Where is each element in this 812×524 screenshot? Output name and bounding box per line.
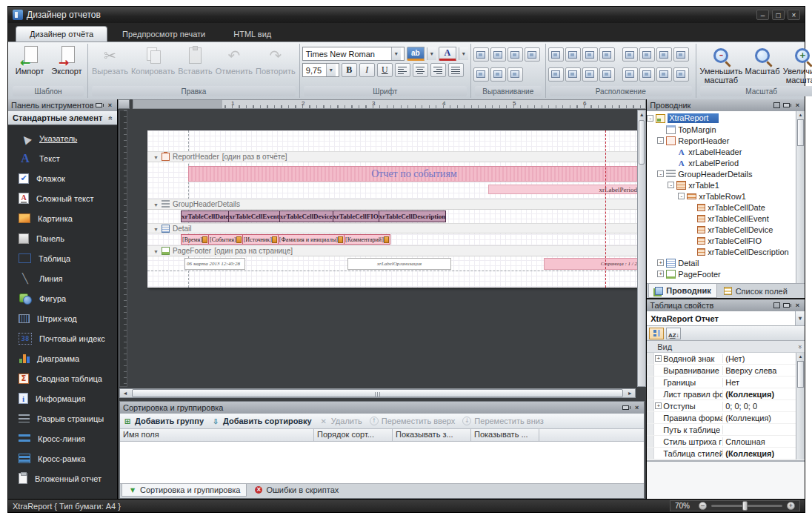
toolbox-item[interactable]: Картинка [8,208,117,228]
canvas-horizontal-scrollbar[interactable]: ◄ ► [119,388,636,398]
bring-to-front-icon[interactable] [656,67,672,82]
property-category[interactable]: Вид » [647,341,805,353]
tree-node[interactable]: - GroupHeaderDetails [647,168,805,179]
align-centers-icon[interactable] [508,47,523,62]
close-icon[interactable] [106,102,114,110]
highlight-color-button[interactable]: ab [407,47,425,61]
tree-expander[interactable]: + [657,271,664,277]
ruler-corner-button[interactable] [118,99,130,109]
scroll-up-icon[interactable]: ▲ [638,110,645,119]
ribbon-button[interactable]: Масштаб [744,44,781,76]
increase-v-spacing-icon[interactable] [565,67,581,82]
main-tab[interactable]: Предпросмотр печати [109,27,219,42]
toolbox-item[interactable]: Диаграмма [8,348,117,368]
footer-organization-label[interactable]: xrLabelОрганизация [347,258,451,270]
same-width-icon[interactable] [548,47,564,62]
page-footer-band[interactable]: PageFooter [один раз на странице] [147,245,640,256]
align-lefts-icon[interactable] [490,47,506,62]
property-row[interactable]: + Водяной знак (Нет) [647,353,805,365]
column-header[interactable]: Показывать ... [471,429,539,441]
categorized-view-button[interactable] [649,328,664,339]
sorting-toolbar-button[interactable]: Добавить сортировку [211,417,312,425]
alphabetical-sort-button[interactable] [666,328,681,339]
tree-expander[interactable]: - [647,115,653,122]
same-size-icon[interactable] [582,47,598,62]
toolbox-item[interactable]: Сложный текст [8,188,117,208]
report-title-label[interactable]: Отчет по событиям [188,166,640,182]
property-row[interactable]: Стиль штриха г Сплошная [647,436,805,448]
tree-node[interactable]: - XtraReport [647,113,805,124]
tree-node[interactable]: + Detail [647,257,805,268]
scroll-right-icon[interactable]: ► [625,389,635,397]
detail-cell[interactable]: [События] [209,234,243,245]
close-icon[interactable] [793,102,802,110]
text-align-right-button[interactable] [430,63,446,77]
ribbon-button[interactable]: Импорт [11,44,48,76]
properties-vertical-scrollbar[interactable]: ▲ [796,353,805,460]
toolbox-item[interactable]: Фигура [8,288,117,308]
send-to-back-icon[interactable] [673,67,689,82]
detail-cell[interactable]: [Комментарий] [345,234,390,245]
main-tab[interactable]: HTML вид [220,27,284,42]
align-to-grid-icon[interactable] [473,47,489,62]
tree-node[interactable]: xrTableCellDevice [647,224,805,235]
toolbox-item[interactable]: Текст [8,148,117,168]
toolbox-category-header[interactable]: Стандартные элемент » [8,111,117,125]
design-canvas[interactable]: ReportHeader [один раз в отчёте] Отчет п… [118,110,646,387]
tree-node[interactable]: - xrTableRow1 [647,190,805,202]
group-header-band[interactable]: GroupHeaderDetails [147,199,640,210]
sorting-toolbar-button[interactable]: Переместить вниз [462,417,544,425]
report-header-band[interactable]: ReportHeader [один раз в отчёте] [147,151,640,162]
data-binding-tag-icon[interactable] [272,236,277,243]
same-height-icon[interactable] [565,47,581,62]
tree-vertical-scrollbar[interactable]: ▲ [796,111,805,283]
sorting-toolbar-button[interactable]: Удалить [319,417,362,425]
float-icon[interactable] [773,302,781,310]
tree-node[interactable]: - ReportHeader [647,135,805,146]
sorting-toolbar-button[interactable]: Добавить группу [123,417,204,425]
pin-icon[interactable] [783,102,791,110]
zoom-in-button[interactable]: + [787,502,795,510]
center-vertically-icon[interactable] [639,67,655,82]
property-expander[interactable] [655,367,662,374]
property-expander[interactable] [655,414,662,421]
italic-button[interactable]: I [359,63,375,77]
chevron-down-icon[interactable]: ▾ [391,47,401,60]
tree-node[interactable]: - xrTable1 [647,179,805,190]
property-row[interactable]: Правила форма (Коллекция) [647,412,805,424]
table-header-cell[interactable]: xrTableCellDevice [280,210,333,222]
pin-icon[interactable] [96,102,104,110]
ribbon-button[interactable]: Уменьшить масштаб [699,44,744,84]
tree-node[interactable]: xrLabelPeriod [647,157,805,168]
detail-cell[interactable]: [Время] [181,234,209,245]
maximize-button[interactable] [772,10,785,20]
close-button[interactable] [788,10,800,20]
tree-expander[interactable]: - [668,182,674,188]
text-align-center-button[interactable] [413,63,428,77]
toolbox-item[interactable]: Вложенный отчет [8,468,117,488]
toolbox-item[interactable]: Информация [8,388,117,408]
zoom-out-button[interactable]: – [699,502,707,510]
detail-cell[interactable]: [Фамилия и инициалы] [279,234,345,245]
align-rights-icon[interactable] [525,47,540,62]
column-header[interactable]: Показывать з... [393,429,471,441]
font-color-button[interactable]: A [439,47,456,61]
canvas-vertical-scrollbar[interactable]: ▲ [637,110,646,387]
table-header-cell[interactable]: xrTableCellDate [181,210,229,222]
band-collapse-icon[interactable] [153,200,159,208]
sorting-list-body[interactable] [120,442,644,483]
toolbox-item[interactable]: Кросс-рамка [8,448,117,468]
float-icon[interactable] [773,102,781,110]
explorer-tab[interactable]: Список полей [719,284,793,298]
toolbox-item[interactable]: Сводная таблица [8,368,117,388]
ribbon-button[interactable]: Вставить [176,44,214,76]
tree-node[interactable]: xrTableCellFIO [647,235,805,246]
toolbox-item[interactable]: Штрих-код [8,308,117,328]
object-selector[interactable]: XtraReport Отчет ▾ [647,311,805,326]
detail-band[interactable]: Detail [147,223,640,233]
chevron-down-icon[interactable]: ▾ [795,311,805,325]
data-binding-tag-icon[interactable] [338,236,343,243]
zoom-slider[interactable] [711,505,782,507]
zoom-slider-thumb[interactable] [742,501,748,511]
tree-expander[interactable]: - [657,170,664,177]
